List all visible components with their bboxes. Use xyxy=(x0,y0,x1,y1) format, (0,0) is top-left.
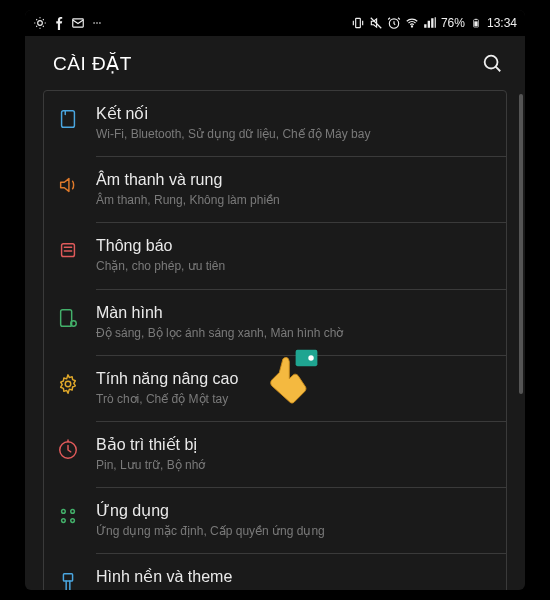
facebook-icon xyxy=(52,16,66,30)
battery-icon xyxy=(469,16,483,30)
svg-rect-18 xyxy=(61,309,72,326)
settings-item-themes[interactable]: Hình nền và themeHình nền, Theme, Biểu t… xyxy=(44,554,506,590)
item-subtitle: Hình nền, Theme, Biểu tượng xyxy=(96,589,498,590)
item-text: Âm thanh và rungÂm thanh, Rung, Không là… xyxy=(96,170,498,209)
item-title: Hình nền và theme xyxy=(96,567,498,587)
item-title: Bảo trì thiết bị xyxy=(96,435,498,455)
settings-list: Kết nốiWi-Fi, Bluetooth, Sử dụng dữ liệu… xyxy=(43,90,507,590)
title-bar: CÀI ĐẶT xyxy=(25,36,525,90)
item-text: Bảo trì thiết bịPin, Lưu trữ, Bộ nhớ xyxy=(96,435,498,474)
maintenance-icon xyxy=(56,438,80,462)
settings-item-connections[interactable]: Kết nốiWi-Fi, Bluetooth, Sử dụng dữ liệu… xyxy=(44,91,506,156)
svg-rect-10 xyxy=(474,21,477,26)
item-subtitle: Độ sáng, Bộ lọc ánh sáng xanh, Màn hình … xyxy=(96,325,498,341)
item-text: Tính năng nâng caoTrò chơi, Chế độ Một t… xyxy=(96,369,498,408)
phone-frame: 76% 13:34 CÀI ĐẶT Kết nốiWi-Fi, Bluetoot… xyxy=(25,10,525,590)
item-title: Thông báo xyxy=(96,236,498,256)
clock-text: 13:34 xyxy=(487,16,517,30)
themes-icon xyxy=(56,570,80,590)
signal-icon xyxy=(423,16,437,30)
item-subtitle: Chặn, cho phép, ưu tiên xyxy=(96,258,498,274)
settings-item-apps[interactable]: Ứng dụngỨng dụng mặc định, Cấp quyền ứng… xyxy=(44,488,506,553)
svg-line-13 xyxy=(496,67,501,72)
connections-icon xyxy=(56,107,80,131)
svg-rect-14 xyxy=(62,111,75,128)
item-text: Ứng dụngỨng dụng mặc định, Cấp quyền ứng… xyxy=(96,501,498,540)
wifi-icon xyxy=(405,16,419,30)
svg-rect-27 xyxy=(63,574,72,581)
svg-point-2 xyxy=(93,22,95,24)
advanced-icon xyxy=(56,372,80,396)
settings-item-notifications[interactable]: Thông báoChặn, cho phép, ưu tiên xyxy=(44,223,506,288)
search-icon xyxy=(481,52,503,74)
page-title: CÀI ĐẶT xyxy=(53,52,132,75)
vibrate-icon xyxy=(351,16,365,30)
svg-point-20 xyxy=(65,381,71,387)
settings-item-display[interactable]: Màn hìnhĐộ sáng, Bộ lọc ánh sáng xanh, M… xyxy=(44,290,506,355)
notifications-icon xyxy=(56,239,80,263)
svg-point-23 xyxy=(62,510,66,514)
mute-icon xyxy=(369,16,383,30)
svg-point-3 xyxy=(96,22,98,24)
svg-point-24 xyxy=(71,510,75,514)
item-text: Kết nốiWi-Fi, Bluetooth, Sử dụng dữ liệu… xyxy=(96,104,498,143)
scrollbar-thumb[interactable] xyxy=(519,94,523,394)
item-text: Hình nền và themeHình nền, Theme, Biểu t… xyxy=(96,567,498,590)
content-area: Kết nốiWi-Fi, Bluetooth, Sử dụng dữ liệu… xyxy=(25,90,525,590)
svg-point-0 xyxy=(38,21,43,26)
item-title: Tính năng nâng cao xyxy=(96,369,498,389)
item-subtitle: Trò chơi, Chế độ Một tay xyxy=(96,391,498,407)
item-title: Màn hình xyxy=(96,303,498,323)
svg-point-26 xyxy=(71,519,75,523)
status-left xyxy=(33,16,104,30)
item-title: Ứng dụng xyxy=(96,501,498,521)
alarm-icon xyxy=(387,16,401,30)
display-icon xyxy=(56,306,80,330)
settings-item-maintenance[interactable]: Bảo trì thiết bịPin, Lưu trữ, Bộ nhớ xyxy=(44,422,506,487)
settings-item-sound[interactable]: Âm thanh và rungÂm thanh, Rung, Không là… xyxy=(44,157,506,222)
sound-icon xyxy=(56,173,80,197)
mail-icon xyxy=(71,16,85,30)
svg-point-25 xyxy=(62,519,66,523)
svg-rect-5 xyxy=(356,18,361,27)
svg-rect-15 xyxy=(62,244,75,257)
svg-rect-11 xyxy=(475,19,478,20)
apps-icon xyxy=(56,504,80,528)
item-subtitle: Pin, Lưu trữ, Bộ nhớ xyxy=(96,457,498,473)
item-text: Màn hìnhĐộ sáng, Bộ lọc ánh sáng xanh, M… xyxy=(96,303,498,342)
svg-point-4 xyxy=(99,22,101,24)
status-right: 76% 13:34 xyxy=(351,16,517,30)
item-subtitle: Ứng dụng mặc định, Cấp quyền ứng dụng xyxy=(96,523,498,539)
item-title: Kết nối xyxy=(96,104,498,124)
search-button[interactable] xyxy=(481,52,503,74)
brightness-icon xyxy=(33,16,47,30)
item-subtitle: Wi-Fi, Bluetooth, Sử dụng dữ liệu, Chế đ… xyxy=(96,126,498,142)
more-icon xyxy=(90,16,104,30)
status-bar: 76% 13:34 xyxy=(25,10,525,36)
battery-text: 76% xyxy=(441,16,465,30)
item-text: Thông báoChặn, cho phép, ưu tiên xyxy=(96,236,498,275)
svg-point-12 xyxy=(485,56,498,69)
settings-item-advanced[interactable]: Tính năng nâng caoTrò chơi, Chế độ Một t… xyxy=(44,356,506,421)
item-subtitle: Âm thanh, Rung, Không làm phiền xyxy=(96,192,498,208)
svg-point-8 xyxy=(411,26,412,27)
item-title: Âm thanh và rung xyxy=(96,170,498,190)
